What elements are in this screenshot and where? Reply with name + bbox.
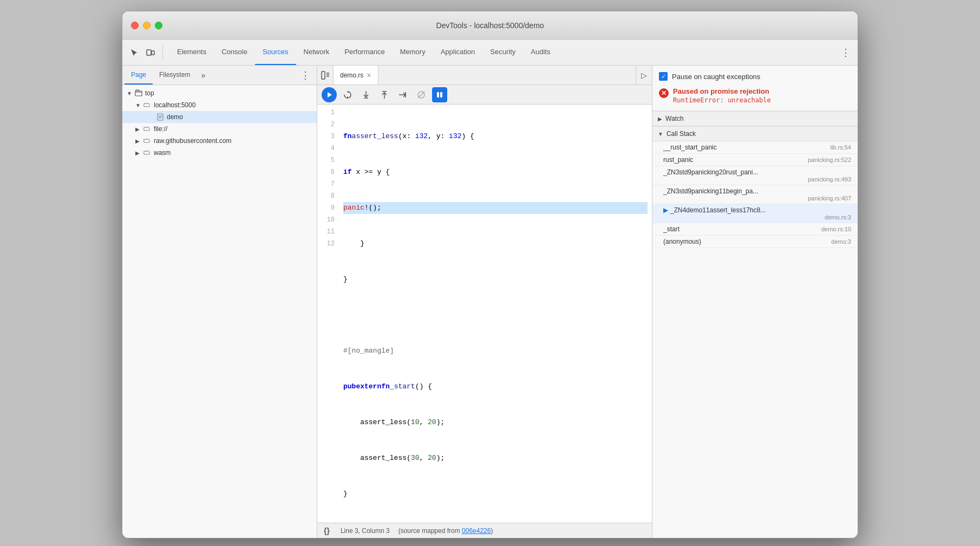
tab-page[interactable]: Page	[125, 66, 153, 84]
step-button[interactable]	[395, 87, 410, 102]
tree-label-localhost: localhost:5000	[154, 101, 317, 109]
tree-label-raw: raw.githubusercontent.com	[154, 137, 317, 145]
code-line-5: }	[343, 274, 648, 285]
status-bar: {} Line 3, Column 3 (source mapped from …	[317, 523, 652, 538]
tab-security[interactable]: Security	[482, 40, 523, 65]
call-stack-item-1[interactable]: rust_panic panicking.rs:522	[652, 154, 858, 166]
tree-arrow-raw: ▶	[135, 138, 143, 144]
close-button[interactable]	[131, 22, 139, 29]
panel-menu-icon[interactable]: ⋮	[296, 69, 315, 81]
cloud-icon-file	[143, 125, 152, 133]
tab-memory[interactable]: Memory	[393, 40, 433, 65]
cs-file-2: panicking.rs:493	[808, 176, 851, 183]
svg-rect-0	[147, 50, 151, 55]
svg-rect-22	[440, 92, 442, 98]
pause-exceptions-button[interactable]	[432, 87, 447, 102]
code-line-8: pub extern fn _start() {	[343, 381, 648, 393]
step-over-button[interactable]	[340, 87, 355, 102]
more-tabs-icon[interactable]: ⋮	[838, 45, 853, 60]
code-line-9: assert_less(10, 20);	[343, 417, 648, 428]
debug-toolbar	[317, 85, 652, 105]
cs-name-3: _ZN3std9panicking11begin_pa...	[663, 187, 758, 195]
cs-name-1: rust_panic	[663, 156, 693, 164]
paused-subtitle: RuntimeError: unreachable	[673, 96, 771, 104]
tab-application[interactable]: Application	[433, 40, 483, 65]
tree-item-raw[interactable]: ▶ raw.githubusercontent.com	[122, 135, 317, 147]
tab-filesystem[interactable]: Filesystem	[153, 66, 197, 84]
pause-on-exceptions: ✓ Pause on caught exceptions	[659, 72, 851, 81]
svg-rect-1	[152, 51, 154, 55]
tab-network[interactable]: Network	[296, 40, 337, 65]
format-icon[interactable]: {}	[324, 526, 330, 535]
call-stack-item-6[interactable]: (anonymous) demo:3	[652, 236, 858, 248]
folder-icon	[134, 89, 143, 98]
editor-format-icon[interactable]: ▷	[636, 66, 652, 85]
deactivate-breakpoints-button[interactable]	[414, 87, 429, 102]
tree-item-file[interactable]: ▶ file://	[122, 123, 317, 135]
svg-rect-7	[322, 72, 325, 79]
tree-item-wasm[interactable]: ▶ wasm	[122, 147, 317, 159]
code-editor[interactable]: 1 2 3 4 5 6 7 8 9 10 11 12 fn asse	[317, 105, 652, 523]
active-frame-icon: ▶	[663, 206, 668, 214]
svg-marker-11	[328, 92, 332, 98]
pause-exceptions-checkbox[interactable]: ✓	[659, 72, 668, 81]
minimize-button[interactable]	[143, 22, 151, 29]
step-into-button[interactable]	[358, 87, 374, 102]
step-out-button[interactable]	[377, 87, 392, 102]
source-map-link[interactable]: 006e4226	[462, 527, 491, 535]
tab-elements[interactable]: Elements	[169, 40, 214, 65]
maximize-button[interactable]	[155, 22, 162, 29]
cloud-icon-wasm	[143, 148, 152, 157]
call-stack-item-5[interactable]: _start demo.rs:10	[652, 223, 858, 236]
tree-item-demo[interactable]: ▶ demo	[122, 111, 317, 123]
tab-console[interactable]: Console	[214, 40, 255, 65]
tree-item-localhost[interactable]: ▼ localhost:5000	[122, 99, 317, 111]
device-icon[interactable]	[143, 45, 158, 60]
left-panel-tabs: Page Filesystem » ⋮	[122, 66, 317, 85]
resume-button[interactable]	[322, 87, 337, 102]
svg-rect-2	[135, 91, 142, 96]
tree-arrow-wasm: ▶	[135, 150, 143, 156]
toolbar-icons	[127, 45, 163, 60]
call-stack-item-2[interactable]: _ZN3std9panicking20rust_pani... panickin…	[652, 166, 858, 185]
call-stack-items: __rust_start_panic lib.rs:54 rust_panic …	[652, 141, 858, 248]
more-panels-icon[interactable]: »	[199, 71, 207, 80]
code-line-10: assert_less(30, 20);	[343, 452, 648, 464]
call-stack-item-0[interactable]: __rust_start_panic lib.rs:54	[652, 141, 858, 154]
line-numbers: 1 2 3 4 5 6 7 8 9 10 11 12	[317, 105, 339, 523]
call-stack-section-header[interactable]: ▼ Call Stack	[652, 126, 858, 141]
cloud-icon-raw	[143, 136, 152, 145]
cursor-position: Line 3, Column 3	[341, 527, 390, 535]
main-tabs: Elements Console Sources Network Perform…	[169, 40, 836, 65]
title-bar: DevTools - localhost:5000/demo	[122, 11, 858, 40]
editor-tab-close-icon[interactable]: ×	[367, 71, 371, 80]
cs-file-6: demo:3	[831, 238, 851, 245]
tree-label-top: top	[145, 89, 317, 97]
nav-back-icon[interactable]	[317, 66, 334, 85]
code-line-2: if x >= y {	[343, 166, 648, 178]
devtools-window: DevTools - localhost:5000/demo E	[122, 11, 858, 538]
pause-info: ✓ Pause on caught exceptions ✕ Paused on…	[652, 66, 858, 111]
call-stack-item-4[interactable]: ▶ _ZN4demo11assert_less17hc8... demo.rs:…	[652, 204, 858, 223]
cursor-icon[interactable]	[127, 45, 142, 60]
call-stack-label: Call Stack	[667, 130, 696, 138]
code-content: fn assert_less(x: i32, y: i32) { if x >=…	[339, 105, 652, 523]
file-tree: ▼ top ▼	[122, 85, 317, 538]
source-map-info: (source mapped from 006e4226)	[398, 527, 493, 535]
cs-file-5: demo.rs:10	[821, 226, 851, 232]
call-stack-item-3[interactable]: _ZN3std9panicking11begin_pa... panicking…	[652, 185, 858, 204]
tab-audits[interactable]: Audits	[523, 40, 558, 65]
tab-sources[interactable]: Sources	[255, 40, 296, 65]
tree-item-top[interactable]: ▼ top	[122, 87, 317, 99]
watch-section-header[interactable]: ▶ Watch	[652, 111, 858, 126]
editor-tab-demo[interactable]: demo.rs ×	[334, 66, 378, 84]
code-line-4: }	[343, 238, 648, 250]
code-line-6	[343, 309, 648, 321]
code-line-3: panic!();	[343, 202, 648, 214]
error-icon: ✕	[659, 88, 669, 98]
left-panel: Page Filesystem » ⋮ ▼	[122, 66, 317, 538]
tab-performance[interactable]: Performance	[337, 40, 392, 65]
cs-file-4: demo.rs:3	[825, 214, 851, 220]
pause-exceptions-label: Pause on caught exceptions	[672, 73, 760, 81]
tree-label-demo: demo	[167, 113, 317, 121]
